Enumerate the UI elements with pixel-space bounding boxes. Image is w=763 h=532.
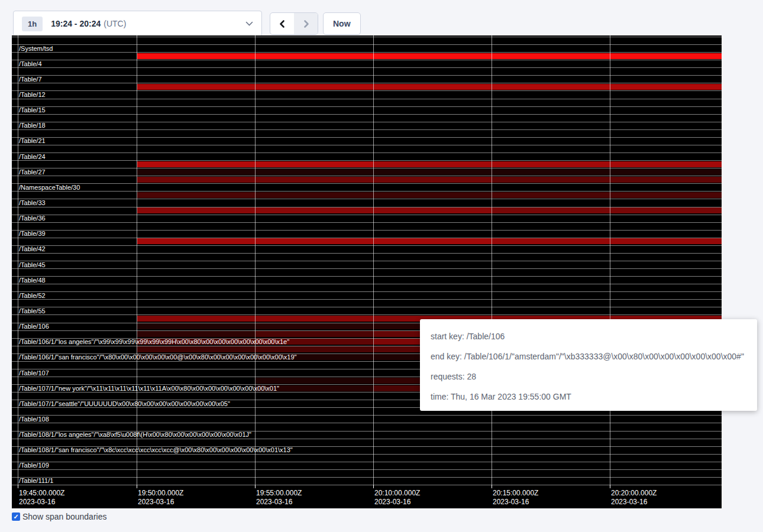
span-boundary-line [12,52,722,53]
heat-cell[interactable] [492,161,610,167]
time-range-selector[interactable]: 1h 19:24 - 20:24 (UTC) [13,11,262,37]
heat-cell[interactable] [256,84,374,90]
span-label: /Table/107 [19,369,49,377]
heat-cell[interactable] [492,207,610,213]
span-boundary-line [12,485,722,485]
duration-badge: 1h [22,17,43,31]
heat-cell[interactable] [137,192,256,198]
span-tooltip: start key: /Table/106 end key: /Table/10… [420,319,757,411]
span-boundary-line [12,67,722,68]
heat-cell[interactable] [374,238,492,244]
key-visualizer-canvas[interactable]: /System/tsd/Table/4/Table/7/Table/12/Tab… [12,35,722,508]
heat-cell[interactable] [374,192,492,198]
heat-cell[interactable] [610,177,722,183]
span-label: /Table/36 [19,215,46,222]
show-span-boundaries-row[interactable]: ✓ Show span boundaries [12,512,106,521]
time-gridline [18,35,18,485]
span-label: /Table/18 [19,122,46,129]
axis-tick-label: 19:50:00.000Z2023-03-16 [138,489,183,507]
time-gridline [373,35,374,485]
heat-cell[interactable] [256,192,374,198]
heat-cell[interactable] [137,161,256,167]
heat-cell[interactable] [492,53,610,59]
tooltip-time: time: Thu, 16 Mar 2023 19:55:00 GMT [431,387,746,407]
heat-cell[interactable] [610,53,722,59]
heat-cell[interactable] [492,84,610,90]
now-button[interactable]: Now [323,12,361,35]
heat-cell[interactable] [137,316,256,322]
span-label: /Table/108/1/"los angeles"/"\xa8\xf5\u00… [19,431,251,439]
heat-cell[interactable] [137,238,256,244]
heat-cell[interactable] [256,331,374,337]
span-label: /Table/24 [19,153,46,160]
heat-cell[interactable] [137,323,256,329]
heat-cell[interactable] [256,207,374,213]
heat-cell[interactable] [610,238,722,244]
show-span-boundaries-label: Show span boundaries [22,512,106,521]
heat-cell[interactable] [610,84,722,90]
heat-cell[interactable] [374,177,492,183]
heat-cell[interactable] [137,177,256,183]
heat-cell[interactable] [256,161,374,167]
heat-cell[interactable] [610,169,722,175]
heat-cell[interactable] [256,238,374,244]
span-label: /Table/12 [19,90,46,98]
heat-cell[interactable] [137,84,256,90]
heat-cell[interactable] [256,346,374,352]
heat-cell[interactable] [137,331,256,337]
heat-cell[interactable] [256,316,374,322]
axis-tick [255,485,256,488]
heat-cell[interactable] [137,169,256,175]
heat-cell[interactable] [137,53,256,59]
heat-cell[interactable] [374,161,492,167]
timezone-text: (UTC) [104,19,126,28]
heat-cell[interactable] [256,378,374,384]
span-label: /Table/4 [19,60,42,67]
chevron-right-icon [302,20,311,28]
span-boundary-line [12,299,722,300]
axis-tick-label: 19:55:00.000Z2023-03-16 [256,489,302,507]
span-boundary-line [12,137,722,138]
span-label: /Table/52 [19,291,46,299]
span-boundary-line [12,207,722,207]
axis-tick-label: 20:10:00.000Z2023-03-16 [374,489,420,507]
span-boundary-line [12,44,722,45]
span-boundary-line [12,122,722,122]
heat-cell[interactable] [256,323,374,329]
show-span-boundaries-checkbox[interactable]: ✓ [12,512,20,521]
span-label: /Table/21 [19,137,46,145]
span-label: /Table/107/1/"seattle"/"UUUUUUD\x00\x80\… [19,400,230,407]
axis-tick-label: 20:15:00.000Z2023-03-16 [493,489,538,507]
heat-cell[interactable] [137,207,256,213]
heat-cell[interactable] [137,346,256,352]
heat-cell[interactable] [492,169,610,175]
span-boundary-line [12,314,722,315]
heat-cell[interactable] [256,169,374,175]
span-label: /Table/15 [19,106,46,114]
heat-cell[interactable] [374,84,492,90]
prev-time-button[interactable] [270,13,294,34]
span-boundary-line [12,477,722,478]
heat-cell[interactable] [610,161,722,167]
heat-cell[interactable] [256,53,374,59]
next-time-button[interactable] [294,13,318,34]
span-boundary-line [12,183,722,184]
span-boundary-line [12,191,722,192]
axis-tick [610,485,610,488]
heat-cell[interactable] [492,238,610,244]
heat-cell[interactable] [492,192,610,198]
span-boundary-line [12,268,722,269]
heat-cell[interactable] [256,177,374,183]
heat-cell[interactable] [374,169,492,175]
heat-cell[interactable] [374,53,492,59]
tooltip-end-key: end key: /Table/106/1/"amsterdam"/"\xb33… [431,346,746,366]
heat-cell[interactable] [374,207,492,213]
chevron-down-icon [245,21,253,27]
span-boundary-line [12,153,722,153]
heat-cell[interactable] [610,207,722,213]
span-boundary-line [12,291,722,292]
span-boundary-line [12,199,722,199]
span-boundary-line [12,99,722,99]
heat-cell[interactable] [492,177,610,183]
heat-cell[interactable] [610,192,722,198]
